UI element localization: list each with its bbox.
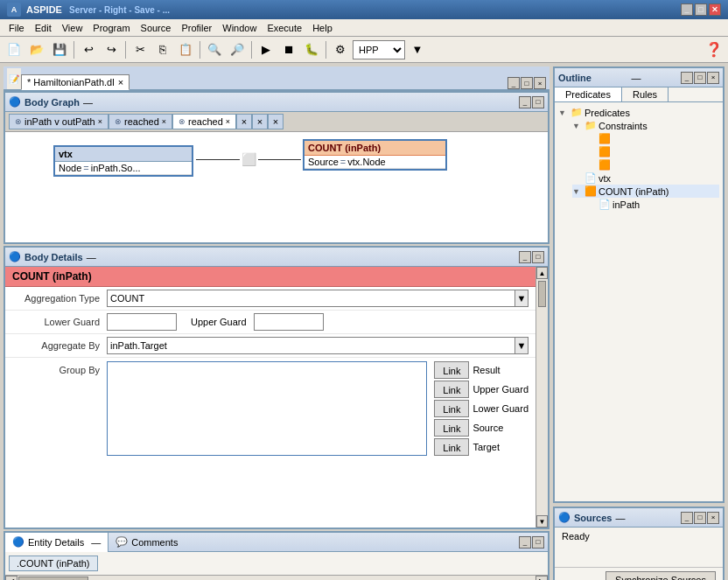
zoom-button[interactable]: 🔎	[227, 39, 248, 60]
aggregation-type-combo[interactable]: COUNT ▼	[107, 290, 528, 307]
tree-expand-count[interactable]: ▼	[572, 187, 583, 196]
entity-chip[interactable]: .COUNT (inPath)	[9, 556, 98, 571]
cut-button[interactable]: ✂	[130, 39, 150, 60]
outline-minimize-btn[interactable]: _	[681, 72, 693, 84]
menu-view[interactable]: View	[57, 21, 88, 35]
undo-button[interactable]: ↩	[78, 39, 99, 60]
copy-button[interactable]: ⎘	[152, 39, 173, 60]
doc-tab-hamiltonianpath[interactable]: * HamiltonianPath.dl ×	[21, 74, 130, 90]
tree-item-constraints[interactable]: ▼ 📁 Constraints	[572, 119, 719, 132]
settings-button[interactable]: ⚙	[330, 39, 351, 60]
tree-item-cube-1[interactable]: 🟧	[586, 132, 719, 145]
sources-title: Sources	[574, 513, 612, 523]
bg-tab-inpath-outpath[interactable]: ⊗ inPath v outPath ×	[9, 114, 108, 129]
outline-restore-btn[interactable]: □	[694, 72, 706, 84]
tree-item-cube-2[interactable]: 🟧	[586, 145, 719, 158]
combo-dropdown[interactable]: ▼	[407, 39, 428, 60]
panel-restore-btn[interactable]: □	[521, 77, 533, 89]
h-scroll-right-btn[interactable]: ▶	[536, 576, 548, 581]
aggregate-by-dropdown[interactable]: ▼	[514, 337, 528, 354]
close-button[interactable]: ✕	[709, 3, 721, 16]
stop-button[interactable]: ⏹	[278, 39, 299, 60]
link-source-button[interactable]: Link	[434, 419, 469, 437]
scroll-up-btn[interactable]: ▲	[536, 267, 548, 279]
aggregation-type-dropdown[interactable]: ▼	[514, 290, 528, 307]
scroll-thumb[interactable]	[538, 281, 546, 307]
outline-tab-rules[interactable]: Rules	[622, 87, 668, 101]
synchronize-sources-button[interactable]: Synchronize Sources	[606, 571, 716, 580]
outline-close-btn[interactable]: ×	[707, 72, 719, 84]
new-button[interactable]: 📄	[4, 39, 24, 60]
save-button[interactable]: 💾	[49, 39, 70, 60]
bg-tab-close-1[interactable]: ×	[98, 117, 102, 126]
debug-button[interactable]: 🐛	[301, 39, 322, 60]
menu-profiler[interactable]: Profiler	[176, 21, 217, 35]
bg-tab-reached-2[interactable]: ⊗ reached ×	[172, 114, 236, 129]
paste-button[interactable]: 📋	[175, 39, 196, 60]
bg-restore-btn[interactable]: □	[532, 96, 544, 108]
bg-tab-reached-1[interactable]: ⊗ reached ×	[108, 114, 172, 129]
menu-file[interactable]: File	[4, 21, 30, 35]
entity-h-scroll[interactable]: ◀ ▶	[5, 575, 548, 580]
bg-minimize-btn[interactable]: _	[519, 96, 531, 108]
details-scrollbar[interactable]: ▲ ▼	[536, 267, 548, 528]
redo-button[interactable]: ↪	[101, 39, 122, 60]
entity-minimize-btn[interactable]: _	[519, 536, 531, 549]
panel-close-btn[interactable]: ×	[534, 77, 546, 89]
h-scroll-track[interactable]	[18, 576, 536, 581]
menu-window[interactable]: Window	[217, 21, 262, 35]
aggregate-by-input[interactable]: inPath.Target	[107, 337, 514, 354]
menu-help[interactable]: Help	[307, 21, 338, 35]
bg-tab-close-2[interactable]: ×	[162, 117, 166, 126]
comments-tab[interactable]: 💬 Comments	[108, 533, 185, 552]
upper-guard-input[interactable]	[254, 313, 324, 331]
tree-item-inpath[interactable]: 📄 inPath	[586, 198, 719, 211]
menu-source[interactable]: Source	[136, 21, 177, 35]
bg-tab-close-3[interactable]: ×	[226, 117, 230, 126]
lower-guard-input[interactable]	[107, 313, 177, 331]
tree-expand-constraints[interactable]: ▼	[572, 122, 583, 130]
bd-restore-btn[interactable]: □	[532, 251, 544, 263]
scroll-down-btn[interactable]: ▼	[536, 515, 548, 528]
scroll-track[interactable]	[536, 279, 548, 515]
entity-details-tab[interactable]: 🔵 Entity Details —	[5, 533, 108, 552]
search-button[interactable]: 🔍	[204, 39, 225, 60]
menu-program[interactable]: Program	[88, 21, 135, 35]
bd-minimize-btn[interactable]: _	[519, 251, 531, 263]
tree-expand-predicates[interactable]: ▼	[558, 108, 569, 117]
sources-restore-btn[interactable]: □	[694, 512, 706, 524]
open-button[interactable]: 📂	[26, 39, 47, 60]
link-target-button[interactable]: Link	[434, 438, 469, 456]
vtx-node[interactable]: vtx Node = inPath.So...	[53, 145, 193, 177]
link-upper-guard-button[interactable]: Link	[434, 381, 469, 398]
tree-item-cube-3[interactable]: 🟧	[586, 158, 719, 171]
entity-restore-btn[interactable]: □	[532, 536, 544, 549]
tree-item-vtx[interactable]: 📄 vtx	[572, 171, 719, 185]
outline-tab-predicates[interactable]: Predicates	[555, 87, 622, 101]
minimize-button[interactable]: _	[681, 3, 693, 16]
help-icon-button[interactable]: ❓	[704, 39, 724, 60]
panel-minimize-btn[interactable]: _	[508, 77, 520, 89]
sources-close-btn[interactable]: ×	[707, 512, 719, 524]
doc-tab-close-icon[interactable]: ×	[118, 77, 123, 87]
h-scroll-thumb[interactable]	[18, 577, 88, 581]
bg-tab-extra-2[interactable]: ×	[252, 114, 268, 129]
menu-edit[interactable]: Edit	[30, 21, 57, 35]
run-button[interactable]: ▶	[256, 39, 276, 60]
link-lower-guard-button[interactable]: Link	[434, 400, 469, 417]
aggregate-by-combo[interactable]: inPath.Target ▼	[107, 337, 528, 354]
bg-tab-extra-3[interactable]: ×	[268, 114, 284, 129]
link-result-button[interactable]: Link	[434, 361, 469, 379]
sources-minimize-btn[interactable]: _	[681, 512, 693, 524]
tree-item-count[interactable]: ▼ 🟧 COUNT (inPath)	[572, 185, 719, 198]
outline-header: Outline — _ □ ×	[555, 68, 723, 87]
h-scroll-left-btn[interactable]: ◀	[5, 576, 18, 581]
maximize-button[interactable]: □	[695, 3, 707, 16]
profile-selector[interactable]: HPP	[353, 40, 405, 59]
tree-item-predicates[interactable]: ▼ 📁 Predicates	[558, 106, 719, 119]
group-by-list[interactable]	[107, 361, 427, 456]
count-node[interactable]: COUNT (inPath) Source = vtx.Node	[303, 139, 447, 171]
bg-tab-extra-1[interactable]: ×	[236, 114, 252, 129]
menu-execute[interactable]: Execute	[262, 21, 307, 35]
aggregation-type-input[interactable]: COUNT	[107, 290, 514, 307]
